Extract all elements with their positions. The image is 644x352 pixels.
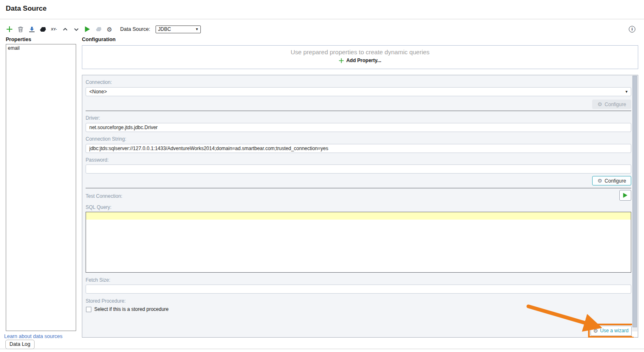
move-property-up-icon[interactable] xyxy=(61,25,69,33)
eraser-disabled-icon xyxy=(95,27,102,32)
data-source-editor: Data Source i XY- xyxy=(0,0,644,352)
password-input[interactable] xyxy=(86,164,631,174)
wizard-highlight-frame: ⚙ Use a wizard xyxy=(588,324,634,338)
fetch-size-label: Fetch Size: xyxy=(86,277,110,283)
configuration-panel: Connection: <None> ▾ ⚙ Configure Driver:… xyxy=(82,75,638,338)
property-list-item[interactable]: email xyxy=(6,44,76,52)
prepared-properties-box: Use prepared properties to create dynami… xyxy=(82,45,638,69)
download-icon xyxy=(29,26,35,32)
driver-label: Driver: xyxy=(86,115,100,121)
vertical-scrollbar[interactable] xyxy=(632,76,637,337)
scrollbar-thumb[interactable] xyxy=(632,76,637,327)
connection-select[interactable]: <None> ▾ xyxy=(86,87,631,96)
stored-procedure-label: Stored Procedure: xyxy=(86,298,126,304)
clone-properties-icon[interactable]: XY- xyxy=(50,25,58,33)
sql-editor-current-line xyxy=(86,212,631,220)
test-connection-label: Test Connection: xyxy=(86,193,122,199)
driver-input[interactable] xyxy=(86,123,631,132)
info-icon[interactable]: i xyxy=(629,26,635,32)
connection-configure-button: ⚙ Configure xyxy=(592,100,631,109)
move-property-down-icon[interactable] xyxy=(72,25,80,33)
chevron-up-icon xyxy=(63,28,67,31)
gear-icon: ⚙ xyxy=(598,102,602,107)
configuration-section-title: Configuration xyxy=(82,37,116,42)
connection-string-input[interactable] xyxy=(86,144,631,153)
clear-results-icon[interactable] xyxy=(95,25,102,33)
chevron-down-icon xyxy=(74,28,79,31)
data-source-type-select[interactable]: JDBC ▾ xyxy=(156,25,201,33)
gear-icon: ⚙ xyxy=(598,178,602,183)
import-properties-icon[interactable] xyxy=(28,25,35,33)
sql-query-editor[interactable] xyxy=(86,212,631,273)
test-connection-run-button[interactable] xyxy=(619,190,631,201)
add-property-icon[interactable] xyxy=(6,25,13,33)
stored-procedure-checkbox[interactable] xyxy=(86,307,91,312)
password-label: Password: xyxy=(86,157,109,163)
properties-section-title: Properties xyxy=(6,37,31,42)
trash-icon xyxy=(18,26,23,32)
fetch-size-input[interactable] xyxy=(86,285,631,294)
section-separator xyxy=(86,111,631,111)
learn-about-data-sources-link[interactable]: Learn about data sources xyxy=(4,333,63,339)
properties-list[interactable]: email xyxy=(6,44,76,331)
data-source-type-value: JDBC xyxy=(158,26,171,32)
play-icon xyxy=(623,192,628,198)
configuration-toolbar: ⚙ Data Source: JDBC ▾ xyxy=(84,25,201,34)
page-title: Data Source xyxy=(6,5,46,13)
connection-string-label: Connection String: xyxy=(86,136,126,142)
stored-procedure-checkbox-row[interactable]: Select if this is a stored procedure xyxy=(86,306,169,312)
add-property-button[interactable]: Add Property... xyxy=(339,58,381,63)
plus-icon xyxy=(339,58,344,63)
delete-property-icon[interactable] xyxy=(17,25,24,33)
use-a-wizard-label: Use a wizard xyxy=(600,328,628,333)
add-property-label: Add Property... xyxy=(346,58,381,63)
properties-toolbar: XY- xyxy=(6,25,80,34)
run-datasource-icon[interactable] xyxy=(84,25,91,33)
scrollbar-corner xyxy=(632,331,637,337)
use-a-wizard-button[interactable]: ⚙ Use a wizard xyxy=(591,326,632,336)
connection-label: Connection: xyxy=(86,79,112,85)
dropdown-caret-icon: ▾ xyxy=(196,27,198,31)
gear-icon: ⚙ xyxy=(593,328,598,333)
datasource-options-icon[interactable]: ⚙ xyxy=(106,25,113,33)
section-separator xyxy=(86,188,631,188)
configure-label: Configure xyxy=(604,178,626,184)
configure-label: Configure xyxy=(604,102,626,107)
play-icon xyxy=(84,26,91,32)
connection-select-value: <None> xyxy=(89,89,107,95)
data-source-dropdown-label: Data Source: xyxy=(120,26,150,32)
dropdown-caret-icon: ▾ xyxy=(625,90,628,94)
stored-procedure-checkbox-label: Select if this is a stored procedure xyxy=(94,306,169,312)
clear-properties-icon[interactable] xyxy=(39,25,46,33)
tab-data-log[interactable]: Data Log xyxy=(5,340,35,349)
sql-query-label: SQL Query: xyxy=(86,204,112,210)
eraser-icon xyxy=(40,27,46,32)
password-configure-button[interactable]: ⚙ Configure xyxy=(592,176,631,185)
plus-icon xyxy=(6,26,13,32)
header: Data Source xyxy=(0,0,644,19)
bottom-divider xyxy=(0,349,644,349)
prepared-properties-hint: Use prepared properties to create dynami… xyxy=(82,49,638,56)
